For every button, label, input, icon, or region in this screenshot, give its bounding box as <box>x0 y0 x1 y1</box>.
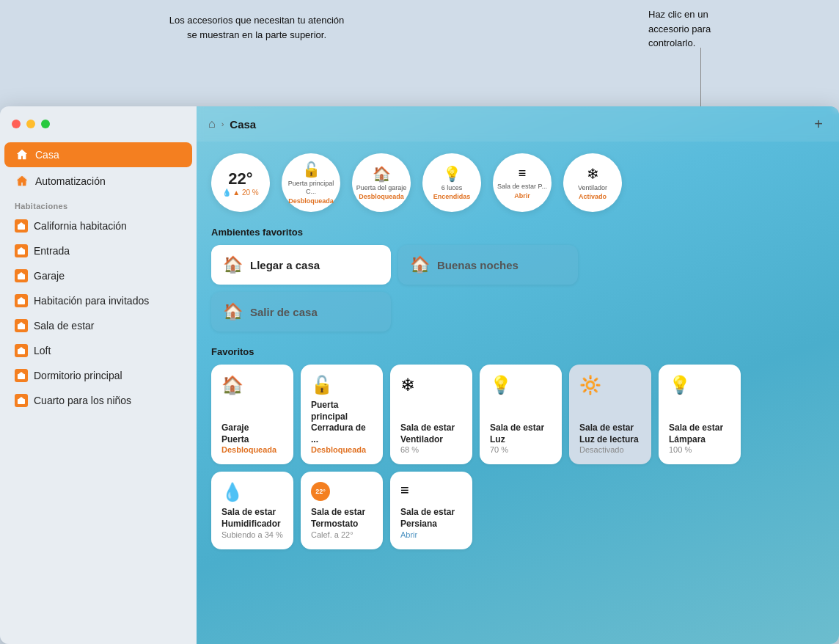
close-button[interactable] <box>12 120 21 128</box>
fav-persiana-name: Sala de estarPersiana <box>400 507 462 530</box>
room-california-label: California habitación <box>34 220 127 232</box>
status-puerta-principal[interactable]: 🔓 Puerta principal C... Desbloqueada <box>282 153 340 212</box>
svg-rect-3 <box>18 249 25 255</box>
room-icon-loft <box>15 344 28 357</box>
room-icon-invitados <box>15 294 28 307</box>
scenes-section-title: Ambientes favoritos <box>211 227 824 238</box>
scene-llegar[interactable]: 🏠 Llegar a casa <box>211 245 391 285</box>
add-button[interactable]: + <box>810 115 827 133</box>
garage-icon: 🏠 <box>373 165 391 183</box>
status-row: 22° 💧 ▲ 20 % 🔓 Puerta principal C... Des… <box>211 153 824 212</box>
scene-buenas-noches[interactable]: 🏠 Buenas noches <box>398 245 578 285</box>
fav-luz[interactable]: 💡 Sala de estarLuz 70 % <box>480 365 562 464</box>
fav-lampara-status: 100 % <box>669 445 730 454</box>
fav-humidificador-status: Subiendo a 34 % <box>221 530 283 539</box>
fav-humidificador-name: Sala de estarHumidificador <box>221 507 283 530</box>
sidebar-item-sala[interactable]: Sala de estar <box>4 314 192 337</box>
fav-termostato-status: Calef. a 22° <box>311 530 373 539</box>
fav-lampara-name: Sala de estarLámpara <box>669 422 730 445</box>
fav-luz-lectura[interactable]: 🔆 Sala de estarLuz de lectura Desactivad… <box>569 365 651 464</box>
sidebar-item-loft[interactable]: Loft <box>4 339 192 362</box>
fav-humidificador[interactable]: 💧 Sala de estarHumidificador Subiendo a … <box>211 472 293 549</box>
fav-termostato-name: Sala de estarTermostato <box>311 507 373 530</box>
sidebar-item-entrada[interactable]: Entrada <box>4 239 192 263</box>
room-entrada-label: Entrada <box>34 245 70 257</box>
svg-rect-1 <box>18 224 25 230</box>
room-loft-label: Loft <box>34 345 51 356</box>
weather-widget[interactable]: 22° 💧 ▲ 20 % <box>211 153 270 212</box>
room-icon-ninos <box>15 394 28 407</box>
fav-lectura-icon: 🔆 <box>579 375 641 395</box>
fav-garaje-puerta[interactable]: 🏠 GarajePuerta Desbloqueada <box>211 365 293 464</box>
scene-llegar-icon: 🏠 <box>223 255 243 274</box>
status-ventilador[interactable]: ❄ Ventilador Activado <box>563 153 622 212</box>
svg-rect-5 <box>18 274 25 279</box>
sidebar: Casa Automatización Habitaciones Califor… <box>0 106 197 644</box>
sidebar-item-casa[interactable]: Casa <box>4 142 192 167</box>
sala-persiana-status: Abrir <box>514 192 530 200</box>
sidebar-casa-label: Casa <box>35 149 59 161</box>
ventilador-label: Ventilador <box>575 184 610 192</box>
puerta-principal-label: Puerta principal C... <box>282 180 340 196</box>
fav-persiana-status: Abrir <box>400 530 462 539</box>
status-luces[interactable]: 💡 6 luces Encendidas <box>422 153 481 212</box>
fav-ventilador-name: Sala de estarVentilador <box>400 422 462 445</box>
svg-rect-9 <box>18 324 25 329</box>
fav-luz-status: 70 % <box>490 445 552 454</box>
fav-cerradura[interactable]: 🔓 Puerta principalCerradura de ... Desbl… <box>301 365 383 464</box>
room-sala-label: Sala de estar <box>34 320 95 332</box>
puerta-garaje-label: Puerta del garaje <box>353 184 410 192</box>
sidebar-item-automatizacion[interactable]: Automatización <box>4 169 192 194</box>
favorites-grid: 🏠 GarajePuerta Desbloqueada 🔓 Puerta pri… <box>211 365 824 549</box>
sidebar-item-garaje[interactable]: Garaje <box>4 264 192 288</box>
fav-lampara-icon: 💡 <box>669 375 730 395</box>
status-sala-persiana[interactable]: ≡ Sala de estar P... Abrir <box>493 153 552 212</box>
page-title: Casa <box>230 118 804 131</box>
fav-persiana-icon: ≡ <box>400 482 462 499</box>
titlebar: ⌂ › Casa + <box>197 106 839 142</box>
fan-icon: ❄ <box>587 165 599 183</box>
puerta-garaje-status: Desbloqueada <box>359 193 404 200</box>
fav-cerradura-name: Puerta principalCerradura de ... <box>311 400 373 445</box>
favorites-section-title: Favoritos <box>211 346 824 357</box>
weather-temp: 22° <box>228 169 252 189</box>
scene-salir-icon: 🏠 <box>223 302 243 321</box>
habitaciones-label: Habitaciones <box>0 194 197 213</box>
fav-persiana[interactable]: ≡ Sala de estarPersiana Abrir <box>390 472 472 549</box>
room-icon-entrada <box>15 244 28 257</box>
main-window: Casa Automatización Habitaciones Califor… <box>0 106 839 644</box>
status-puerta-garaje[interactable]: 🏠 Puerta del garaje Desbloqueada <box>352 153 411 212</box>
fav-ventilador[interactable]: ❄ Sala de estarVentilador 68 % <box>390 365 472 464</box>
sidebar-item-ninos[interactable]: Cuarto para los niños <box>4 389 192 412</box>
scene-salir[interactable]: 🏠 Salir de casa <box>211 292 391 332</box>
svg-marker-8 <box>18 297 25 300</box>
sala-persiana-label: Sala de estar P... <box>494 183 550 191</box>
temp-badge: 22° <box>311 482 330 501</box>
ventilador-status: Activado <box>579 193 607 200</box>
svg-marker-6 <box>18 272 25 275</box>
puerta-principal-status: Desbloqueada <box>288 197 334 205</box>
scene-noches-label: Buenas noches <box>437 259 519 271</box>
fav-lectura-status: Desactivado <box>579 445 641 454</box>
fav-humidificador-icon: 💧 <box>221 482 283 502</box>
unlock-icon: 🔓 <box>302 161 320 178</box>
luces-status: Encendidas <box>433 193 471 200</box>
fav-ventilador-status: 68 % <box>400 445 462 454</box>
tooltip-area: Los accesorios que necesitan tu atención… <box>0 0 839 106</box>
breadcrumb-chevron: › <box>221 120 224 128</box>
room-icon-california <box>15 219 28 233</box>
scene-noches-icon: 🏠 <box>410 255 430 274</box>
sidebar-item-invitados[interactable]: Habitación para invitados <box>4 289 192 312</box>
svg-rect-15 <box>18 399 25 404</box>
house-icon <box>15 147 29 162</box>
tooltip-right: Haz clic en unaccesorio paracontrolarlo. <box>648 7 780 51</box>
fav-lampara[interactable]: 💡 Sala de estarLámpara 100 % <box>659 365 741 464</box>
humidity-value: ▲ 20 % <box>232 189 258 197</box>
sidebar-item-california[interactable]: California habitación <box>4 214 192 238</box>
fav-termostato[interactable]: 22° Sala de estarTermostato Calef. a 22° <box>301 472 383 549</box>
svg-marker-12 <box>18 347 25 350</box>
sidebar-item-dormitorio[interactable]: Dormitorio principal <box>4 364 192 387</box>
maximize-button[interactable] <box>41 120 50 128</box>
minimize-button[interactable] <box>26 120 35 128</box>
fav-luz-icon: 💡 <box>490 375 552 395</box>
